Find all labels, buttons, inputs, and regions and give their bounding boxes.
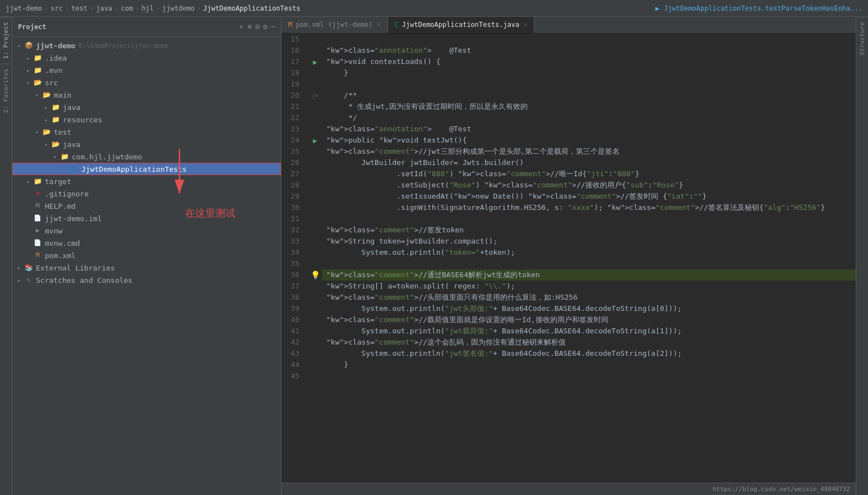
tree-arrow: ▾	[15, 43, 24, 49]
tree-label: mvnw.cmd	[45, 239, 80, 247]
breadcrumb-item[interactable]: jjwt-demo	[6, 4, 42, 12]
folder-icon: 📂	[33, 77, 43, 88]
collapse-icon[interactable]: ⊟	[256, 22, 260, 31]
tree-label: .gitignore	[45, 190, 89, 198]
tree-item-idea[interactable]: ▸ 📁 .idea	[12, 52, 281, 64]
expand-gutter-icon: |=	[312, 93, 318, 99]
tree-arrow: ▸	[24, 55, 33, 61]
tab-close-pom[interactable]: ×	[377, 21, 381, 27]
tree-label: resources	[63, 116, 102, 124]
tree-arrow: ▸	[24, 178, 33, 185]
tree-item-scratches[interactable]: ▸ ✎ Scratches and Consoles	[12, 274, 281, 286]
xml-tab-icon: M	[288, 21, 292, 29]
project-panel: Project ▾ ⊕ ⊟ ⚙ − ▾ 📦 jjwt-demo E:\IdeaP…	[12, 17, 281, 495]
tree-label: main	[54, 91, 71, 99]
tab-pom[interactable]: M pom.xml (jjwt-demo) ×	[281, 17, 388, 33]
folder-icon: 📁	[33, 53, 43, 63]
run-indicator[interactable]: JjwtDemoApplicationTests.testParseTokenH…	[664, 4, 862, 12]
tree-item-mvnwcmd[interactable]: 📄 mvnw.cmd	[12, 237, 281, 249]
module-icon: 📦	[24, 40, 34, 51]
status-bar: https://blog.csdn.net/weixin_48040732	[281, 483, 856, 495]
tree-arrow: ▸	[24, 67, 33, 74]
panel-header: Project ▾ ⊕ ⊟ ⚙ −	[12, 17, 281, 37]
scratch-icon: ✎	[24, 275, 34, 285]
java-tab-icon: C	[395, 21, 399, 29]
breadcrumb-item[interactable]: src	[50, 4, 63, 12]
tab-favorites[interactable]: 2: Favorites	[0, 63, 12, 117]
tree-label: java	[63, 140, 80, 149]
tree-arrow: ▸	[41, 104, 50, 111]
tree-arrow: ▸	[15, 265, 24, 271]
tree-arrow: ▸	[41, 117, 50, 123]
tree-label: External Libraries	[36, 264, 115, 272]
tree-label: java	[63, 103, 80, 112]
panel-header-icons: ⊕ ⊟ ⚙ −	[248, 22, 275, 31]
hide-icon[interactable]: −	[271, 22, 275, 31]
tree-item-mvn[interactable]: ▸ 📁 .mvn	[12, 64, 281, 76]
breadcrumb-item[interactable]: java	[96, 4, 112, 12]
main-layout: 1: Project 2: Favorites Project ▾ ⊕ ⊟ ⚙ …	[0, 17, 868, 495]
tree-label: JjwtDemoApplicationTests	[81, 165, 187, 173]
tab-close-tests[interactable]: ×	[524, 21, 527, 27]
tab-tests[interactable]: C JjwtDemoApplicationTests.java ×	[388, 17, 535, 33]
tree-label: target	[45, 177, 71, 186]
tree-item-iml[interactable]: 📄 jjwt-demo.iml	[12, 212, 281, 224]
tab-label: JjwtDemoApplicationTests.java	[402, 21, 520, 29]
breadcrumb-item[interactable]: test	[71, 4, 87, 12]
tree-arrow: ▾	[50, 154, 59, 160]
md-icon: M	[33, 201, 43, 211]
cmd-icon: 📄	[33, 238, 43, 248]
tab-project[interactable]: 1: Project	[0, 17, 12, 63]
tree-item-test[interactable]: ▾ 📂 test	[12, 126, 281, 138]
mvnw-icon: ▶	[33, 226, 43, 236]
title-bar: jjwt-demo › src › test › java › com › hj…	[0, 0, 868, 17]
tree-item-java-test[interactable]: ▾ 📂 java	[12, 138, 281, 150]
tree-item-mvnw[interactable]: ▶ mvnw	[12, 224, 281, 237]
tree-item-src[interactable]: ▾ 📂 src	[12, 76, 281, 89]
breadcrumb: jjwt-demo › src › test › java › com › hj…	[6, 4, 655, 12]
tree-arrow: ▸	[15, 277, 24, 283]
tree-label: Scratches and Consoles	[36, 276, 132, 285]
tree-arrow: ▾	[41, 141, 50, 148]
xml-icon: M	[33, 250, 43, 260]
breadcrumb-current: JjwtDemoApplicationTests	[203, 4, 300, 12]
file-tree: ▾ 📦 jjwt-demo E:\IdeaProject\jjwt-demo ▸…	[12, 37, 281, 495]
tree-item-gitignore[interactable]: ⚙ .gitignore	[12, 187, 281, 200]
tree-label: jjwt-demo.iml	[45, 214, 102, 223]
settings-icon[interactable]: ⚙	[263, 22, 267, 31]
folder-icon: 📁	[50, 114, 61, 125]
package-icon: 📁	[59, 152, 70, 162]
tab-structure[interactable]: Structure	[856, 17, 868, 60]
breadcrumb-item[interactable]: com	[121, 4, 133, 12]
code-content[interactable]: "kw">class="annotation"> @Test "kw">void…	[322, 34, 856, 483]
breadcrumb-item[interactable]: hjl	[141, 4, 154, 12]
tree-item-resources[interactable]: ▸ 📁 resources	[12, 113, 281, 126]
tree-item-java-main[interactable]: ▸ 📁 java	[12, 101, 281, 113]
line-numbers: 1516171819202122232425262728293031323334…	[281, 34, 308, 483]
run-gutter-icon[interactable]: ▶	[313, 58, 317, 66]
git-icon: ⚙	[33, 189, 43, 199]
gutter: ▶|=▶💡	[308, 34, 322, 483]
tree-item-tests-file[interactable]: C JjwtDemoApplicationTests	[12, 163, 281, 175]
tree-item-help[interactable]: M HELP.md	[12, 200, 281, 212]
tree-arrow: ▾	[33, 92, 41, 98]
breadcrumb-item[interactable]: jjwtdemo	[162, 4, 195, 12]
tree-arrow: ▾	[33, 129, 41, 135]
tree-label: src	[45, 79, 58, 87]
libs-icon: 📚	[24, 263, 34, 273]
tree-label: .idea	[45, 54, 67, 62]
java-test-file-icon: C	[69, 164, 79, 174]
tree-item-package[interactable]: ▾ 📁 com.hjl.jjwtdemo	[12, 150, 281, 163]
tree-item-pom[interactable]: M pom.xml	[12, 249, 281, 262]
tab-bar: M pom.xml (jjwt-demo) × C JjwtDemoApplic…	[281, 17, 856, 34]
iml-icon: 📄	[33, 213, 43, 223]
java-test-icon: 📂	[50, 139, 61, 149]
run-icon: ▶	[655, 4, 659, 12]
tree-label: test	[54, 128, 71, 136]
tree-item-root[interactable]: ▾ 📦 jjwt-demo E:\IdeaProject\jjwt-demo	[12, 39, 281, 52]
tree-item-main[interactable]: ▾ 📂 main	[12, 89, 281, 101]
locate-icon[interactable]: ⊕	[248, 22, 252, 31]
tree-item-ext-libs[interactable]: ▸ 📚 External Libraries	[12, 262, 281, 274]
tree-item-target[interactable]: ▸ 📁 target	[12, 175, 281, 187]
run-gutter-icon[interactable]: ▶	[313, 136, 317, 145]
